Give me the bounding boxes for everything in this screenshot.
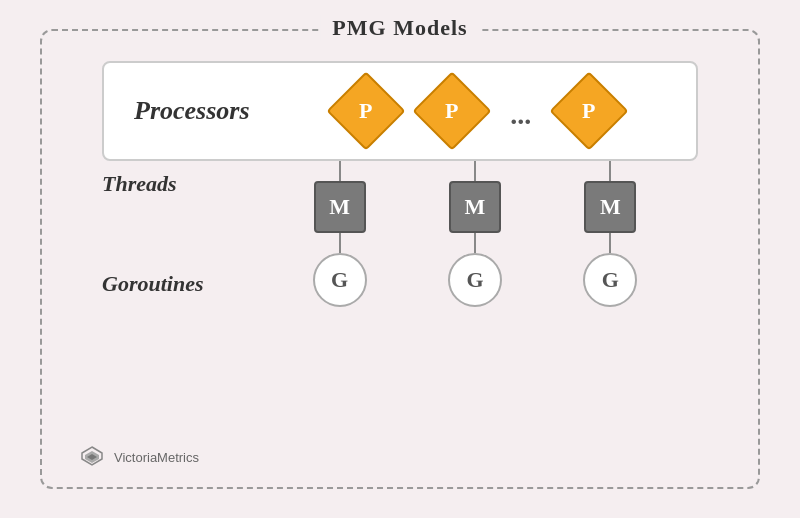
connector-line-2b (474, 233, 476, 253)
connector-line-1 (339, 161, 341, 181)
diamond-letter-n: P (583, 98, 596, 124)
diamond-p2: P (424, 83, 480, 139)
connector-line-2 (474, 161, 476, 181)
diamond-pn: P (561, 83, 617, 139)
g-circle-1: G (313, 253, 367, 307)
vm-logo-icon (78, 443, 106, 471)
processors-label: Processors (134, 96, 250, 126)
lower-area: Threads Goroutines M G M G M (42, 161, 758, 447)
connector-line-3b (609, 233, 611, 253)
diamond-shape-n: P (550, 71, 629, 150)
diamond-shape-1: P (327, 71, 406, 150)
pmg-column-2: M G (448, 161, 502, 307)
connector-line-1b (339, 233, 341, 253)
diamonds-row: P P ... P (290, 83, 666, 139)
columns-area: M G M G M G (272, 161, 678, 307)
logo-text: VictoriaMetrics (114, 450, 199, 465)
connector-line-3 (609, 161, 611, 181)
pmg-diagram-container: PMG Models Processors P P ... P T (40, 29, 760, 489)
ellipsis: ... (510, 99, 531, 131)
m-box-1: M (314, 181, 366, 233)
threads-label: Threads (102, 171, 177, 197)
diamond-letter-1: P (360, 98, 373, 124)
diagram-title: PMG Models (320, 15, 479, 41)
m-box-2: M (449, 181, 501, 233)
diamond-p1: P (338, 83, 394, 139)
g-circle-3: G (583, 253, 637, 307)
logo-area: VictoriaMetrics (78, 443, 199, 471)
m-box-3: M (584, 181, 636, 233)
processors-box: Processors P P ... P (102, 61, 698, 161)
pmg-column-3: M G (583, 161, 637, 307)
pmg-column-1: M G (313, 161, 367, 307)
diamond-shape-2: P (413, 71, 492, 150)
goroutines-label: Goroutines (102, 271, 203, 297)
g-circle-2: G (448, 253, 502, 307)
diamond-letter-2: P (446, 98, 459, 124)
